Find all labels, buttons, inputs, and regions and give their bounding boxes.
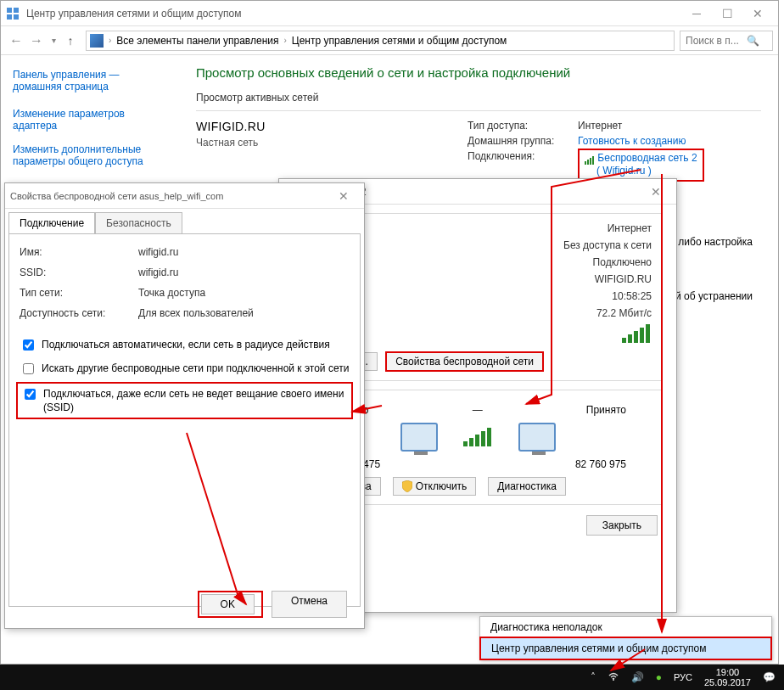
tray-context-menu: Диагностика неполадок Центр управления с…: [479, 616, 772, 660]
network-type: Частная сеть: [196, 137, 468, 149]
back-button[interactable]: ←: [6, 31, 26, 51]
monitor-icon: [518, 423, 556, 452]
wifi-properties-button[interactable]: Свойства беспроводной сети: [385, 351, 544, 372]
breadcrumb-item[interactable]: Все элементы панели управления: [116, 35, 278, 47]
notification-tray-icon[interactable]: 💬: [763, 671, 776, 683]
connection-sub[interactable]: ( Wifigid.ru ): [596, 165, 652, 177]
tab-connection[interactable]: Подключение: [8, 212, 95, 233]
up-button[interactable]: ↑: [60, 31, 81, 51]
recv-label: Принято: [586, 404, 626, 416]
homegroup-label: Домашняя группа:: [468, 135, 578, 147]
duration-value: 10:58:25: [612, 290, 652, 302]
page-heading: Просмотр основных сведений о сети и наст…: [196, 65, 761, 80]
connection-link-box: Беспроводная сеть 2 ( Wifigid.ru ): [578, 149, 704, 182]
hidden-ssid-checkbox[interactable]: Подключаться, даже если сеть не ведет ве…: [21, 387, 348, 414]
skype-tray-icon[interactable]: ●: [656, 671, 662, 683]
auto-connect-checkbox[interactable]: Подключаться автоматически, если сеть в …: [20, 338, 350, 353]
search-other-checkbox[interactable]: Искать другие беспроводные сети при подк…: [20, 362, 350, 377]
sidebar-home-link[interactable]: Панель управления — домашняя страница: [13, 69, 167, 93]
ssid-value: wifigid.ru: [138, 266, 178, 278]
status-close-x[interactable]: ✕: [641, 182, 671, 202]
svg-rect-0: [7, 8, 12, 13]
toolbar: ← → ▾ ↑ › Все элементы панели управления…: [1, 26, 778, 55]
search-icon: 🔍: [747, 35, 759, 47]
ipv6-value: Без доступа к сети: [563, 239, 652, 251]
disable-button[interactable]: Отключить: [393, 477, 477, 496]
state-value: Подключено: [593, 256, 652, 268]
name-label: Имя:: [20, 246, 138, 258]
homegroup-link[interactable]: Готовность к созданию: [578, 135, 686, 147]
connection-link[interactable]: Беспроводная сеть 2: [597, 152, 697, 164]
avail-value: Для всех пользователей: [138, 307, 254, 319]
tray-up-icon[interactable]: ˄: [591, 671, 596, 683]
props-titlebar: Свойства беспроводной сети asus_help_wif…: [5, 183, 364, 209]
search-box[interactable]: 🔍: [680, 31, 773, 51]
forward-button[interactable]: →: [26, 31, 47, 51]
wifi-properties-dialog: Свойства беспроводной сети asus_help_wif…: [4, 182, 365, 629]
breadcrumb-item[interactable]: Центр управления сетями и общим доступом: [292, 35, 507, 47]
avail-label: Доступность сети:: [20, 307, 138, 319]
window-title: Центр управления сетями и общим доступом: [26, 8, 681, 20]
ssid-value: WIFIGID.RU: [595, 273, 652, 285]
sidebar-adapter-link[interactable]: Изменение параметров адаптера: [13, 108, 167, 132]
access-label: Тип доступа:: [468, 120, 578, 132]
wifi-tray-icon[interactable]: [608, 671, 619, 684]
taskbar: ˄ 🔊 ● РУС 19:00 25.09.2017 💬: [0, 665, 784, 690]
svg-rect-1: [14, 8, 19, 13]
svg-rect-3: [14, 14, 19, 20]
sidebar-sharing-link[interactable]: Изменить дополнительные параметры общего…: [13, 143, 167, 167]
svg-rect-2: [7, 14, 12, 20]
close-button[interactable]: Закрыть: [586, 515, 658, 536]
tab-body: Имя:wifigid.ru SSID:wifigid.ru Тип сети:…: [8, 233, 361, 607]
address-icon: [90, 34, 104, 48]
speed-value: 72.2 Мбит/с: [596, 307, 652, 319]
name-value: wifigid.ru: [138, 246, 178, 258]
ctx-network-center[interactable]: Центр управления сетями и общим доступом: [479, 637, 772, 660]
props-close-x[interactable]: ✕: [328, 186, 359, 206]
volume-tray-icon[interactable]: 🔊: [631, 671, 644, 683]
recv-value: 82 760 975: [575, 458, 626, 470]
minimize-button[interactable]: ─: [681, 3, 712, 24]
props-title: Свойства беспроводной сети asus_help_wif…: [10, 191, 328, 201]
nettype-value: Точка доступа: [138, 287, 205, 299]
wifi-signal-icon: [585, 153, 595, 165]
ssid-label: SSID:: [20, 266, 138, 278]
language-indicator[interactable]: РУС: [674, 672, 692, 682]
search-input[interactable]: [684, 34, 743, 48]
ipv4-value: Интернет: [608, 222, 652, 234]
tab-security[interactable]: Безопасность: [95, 212, 182, 233]
monitor-icon: [400, 423, 438, 452]
maximize-button[interactable]: ☐: [712, 3, 742, 24]
history-dropdown[interactable]: ▾: [47, 36, 60, 45]
ctx-diagnose[interactable]: Диагностика неполадок: [480, 617, 771, 637]
address-bar[interactable]: › Все элементы панели управления › Центр…: [86, 31, 675, 51]
clock[interactable]: 19:00 25.09.2017: [704, 667, 751, 687]
activity-signal-icon: [463, 428, 493, 446]
signal-strength-icon: [622, 324, 652, 343]
nettype-label: Тип сети:: [20, 287, 138, 299]
titlebar: Центр управления сетями и общим доступом…: [1, 1, 778, 26]
access-value: Интернет: [578, 120, 622, 132]
ok-button[interactable]: OK: [201, 594, 255, 614]
close-button[interactable]: ✕: [742, 3, 773, 24]
active-networks-label: Просмотр активных сетей: [196, 92, 761, 104]
connections-label: Подключения:: [468, 150, 578, 182]
network-name: WIFIGID.RU: [196, 120, 468, 133]
app-icon: [6, 7, 20, 20]
diagnose-button[interactable]: Диагностика: [488, 477, 566, 496]
svg-point-4: [613, 679, 614, 681]
cancel-button[interactable]: Отмена: [272, 591, 347, 618]
